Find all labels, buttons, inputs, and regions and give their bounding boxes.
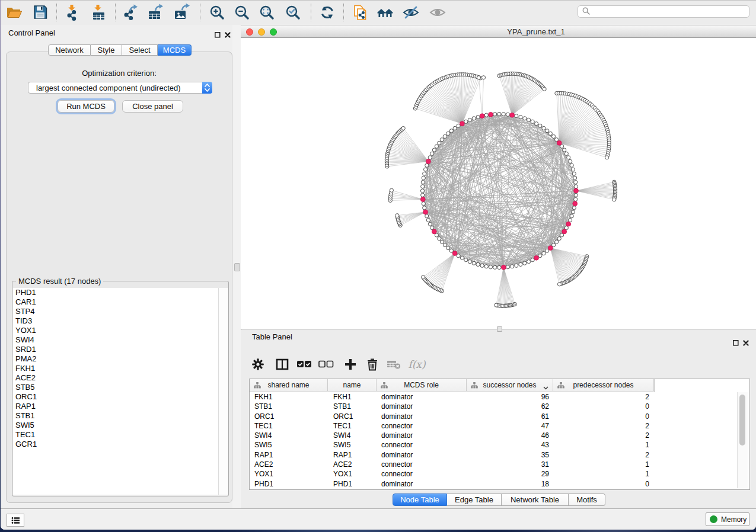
memory-button[interactable]: Memory <box>706 512 749 526</box>
criterion-dropdown[interactable]: largest connected component (undirected) <box>28 82 212 94</box>
zoom-fit-icon[interactable] <box>257 4 275 21</box>
column-header-successor-nodes[interactable]: successor nodes <box>467 379 553 391</box>
network-canvas[interactable] <box>241 38 756 329</box>
shared-column-icon <box>254 382 261 390</box>
table-row[interactable]: ACE2ACE2connector311 <box>250 459 749 469</box>
table-row[interactable]: RAP1RAP1dominator352 <box>250 450 749 459</box>
control-panel-buttons <box>215 30 231 40</box>
table-scrollbar-thumb[interactable] <box>739 395 745 446</box>
mcds-result-item[interactable]: ACE2 <box>13 373 228 383</box>
cell-shared-name: PHD1 <box>250 479 328 489</box>
close-panel-icon[interactable] <box>225 30 231 40</box>
tab-style[interactable]: Style <box>91 44 122 56</box>
tab-mcds[interactable]: MCDS <box>158 44 192 56</box>
column-panel-icon[interactable] <box>274 356 291 373</box>
vertical-splitter[interactable] <box>232 25 241 509</box>
splitter-grip[interactable] <box>234 263 240 271</box>
mcds-result-item[interactable]: STP4 <box>13 307 228 316</box>
task-history-button[interactable] <box>7 514 24 527</box>
zoom-selected-icon[interactable] <box>283 4 301 21</box>
hide-selected-icon[interactable] <box>402 4 420 21</box>
mcds-result-item[interactable]: RAP1 <box>13 402 228 411</box>
table-panel-title: Table Panel <box>252 332 292 341</box>
table-scrollbar[interactable] <box>737 392 748 488</box>
table-row[interactable]: FKH1FKH1dominator962 <box>250 392 749 401</box>
export-image-icon[interactable] <box>173 4 191 21</box>
mcds-result-item[interactable]: FKH1 <box>13 364 228 373</box>
table-settings-icon[interactable] <box>250 356 266 373</box>
zoom-out-icon[interactable] <box>232 4 250 21</box>
float-panel-icon[interactable] <box>733 338 739 348</box>
mcds-result-list[interactable]: PHD1CAR1STP4TID3YOX1SWI4SRD1PMA2FKH1ACE2… <box>13 288 228 495</box>
close-panel-button[interactable]: Close panel <box>122 100 183 113</box>
open-file-icon[interactable] <box>5 4 23 21</box>
cell-name: SWI4 <box>328 431 377 440</box>
mcds-result-item[interactable]: PMA2 <box>13 354 228 364</box>
mcds-result-item[interactable]: GCR1 <box>13 440 228 449</box>
select-all-icon[interactable] <box>296 356 312 373</box>
table-row[interactable]: PHD1PHD1dominator180 <box>250 479 749 488</box>
table-row[interactable]: STB1STB1dominator620 <box>250 401 749 411</box>
cell-predecessor-nodes: 0 <box>553 479 654 489</box>
export-network-icon[interactable] <box>122 4 139 21</box>
sort-menu-icon[interactable] <box>543 383 548 392</box>
close-panel-icon[interactable] <box>743 338 749 348</box>
save-session-icon[interactable] <box>31 4 49 21</box>
table-row[interactable]: SWI4SWI4dominator462 <box>250 430 749 440</box>
horizontal-splitter-grip[interactable] <box>497 326 502 332</box>
mcds-result-item[interactable]: ORC1 <box>13 392 228 402</box>
import-table-icon[interactable] <box>90 4 108 21</box>
cell-MCDS-role: dominator <box>377 431 467 440</box>
mcds-list-scrollbar[interactable] <box>218 288 227 495</box>
toolbar-separator <box>115 4 116 21</box>
column-header-name[interactable]: name <box>328 379 377 391</box>
search-box[interactable] <box>578 5 749 18</box>
export-table-icon[interactable] <box>147 4 165 21</box>
duplicate-network-icon[interactable] <box>351 4 369 21</box>
column-header-MCDS-role[interactable]: MCDS role <box>377 379 467 391</box>
table-row[interactable]: SWI5SWI5connector431 <box>250 440 749 449</box>
delete-icon[interactable] <box>364 356 381 373</box>
cell-successor-nodes: 43 <box>467 440 553 450</box>
memory-label: Memory <box>721 515 747 524</box>
mcds-result-item[interactable]: CAR1 <box>13 297 228 307</box>
mcds-result-item[interactable]: SWI4 <box>13 335 228 345</box>
cell-successor-nodes: 61 <box>467 412 553 421</box>
tab-network-table[interactable]: Network Table <box>502 493 569 506</box>
mcds-result-item[interactable]: STB1 <box>13 411 228 421</box>
cell-successor-nodes: 18 <box>467 479 553 489</box>
tab-node-table[interactable]: Node Table <box>393 493 447 506</box>
cell-shared-name: FKH1 <box>250 392 328 402</box>
add-icon[interactable] <box>342 356 359 373</box>
mcds-result-item[interactable]: STB5 <box>13 383 228 392</box>
table-row[interactable]: YOX1YOX1connector291 <box>250 469 749 478</box>
tab-motifs[interactable]: Motifs <box>569 493 605 506</box>
mcds-result-item[interactable]: SWI5 <box>13 421 228 430</box>
table-row[interactable]: TEC1TEC1connector472 <box>250 421 749 430</box>
float-panel-icon[interactable] <box>215 30 221 40</box>
mcds-result-item[interactable]: TEC1 <box>13 430 228 440</box>
tab-select[interactable]: Select <box>122 44 158 56</box>
tab-edge-table[interactable]: Edge Table <box>447 493 502 506</box>
cell-MCDS-role: connector <box>377 421 467 431</box>
table-header: shared namename MCDS role successor node… <box>250 379 655 392</box>
mcds-result-item[interactable]: SRD1 <box>13 345 228 354</box>
mcds-result-item[interactable]: TID3 <box>13 316 228 326</box>
first-neighbors-icon[interactable] <box>377 4 394 21</box>
network-frame-titlebar[interactable]: YPA_prune.txt_1 <box>241 25 756 38</box>
deselect-all-icon[interactable] <box>318 356 334 373</box>
cell-name: RAP1 <box>328 450 377 460</box>
column-header-shared-name[interactable]: shared name <box>250 379 328 391</box>
mcds-result-item[interactable]: PHD1 <box>13 288 228 297</box>
zoom-in-icon[interactable] <box>208 4 225 21</box>
apply-layout-icon[interactable] <box>318 4 336 21</box>
cell-shared-name: ACE2 <box>250 460 328 469</box>
tab-network[interactable]: Network <box>48 44 91 56</box>
cell-predecessor-nodes: 2 <box>553 421 654 431</box>
run-mcds-button[interactable]: Run MCDS <box>58 100 114 113</box>
mcds-result-item[interactable]: YOX1 <box>13 326 228 335</box>
search-input[interactable] <box>593 7 744 17</box>
column-header-predecessor-nodes[interactable]: predecessor nodes <box>553 379 654 391</box>
import-network-icon[interactable] <box>64 4 82 21</box>
table-row[interactable]: ORC1ORC1dominator610 <box>250 411 749 421</box>
